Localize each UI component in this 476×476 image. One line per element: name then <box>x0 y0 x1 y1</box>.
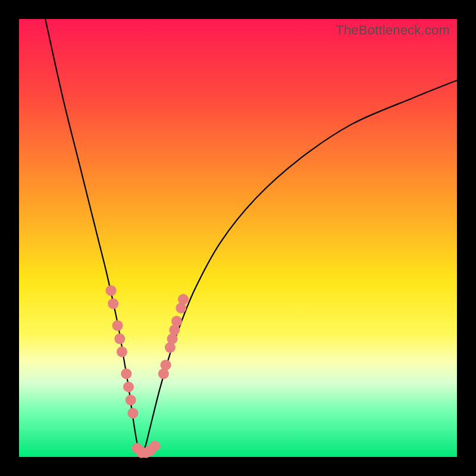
data-dots <box>106 285 189 458</box>
chart-svg <box>19 19 457 457</box>
data-dot <box>121 368 131 379</box>
data-dot <box>178 294 189 305</box>
data-dot <box>112 320 123 331</box>
data-dot <box>127 408 138 418</box>
data-dot <box>149 441 160 452</box>
data-dot <box>161 359 171 370</box>
image-frame: TheBottleneck.com <box>0 0 476 476</box>
data-dot <box>108 298 118 309</box>
curve-right-branch <box>142 80 457 457</box>
data-dot <box>117 346 127 357</box>
data-dot <box>123 381 134 392</box>
data-dot <box>106 285 117 296</box>
data-dot <box>171 316 182 327</box>
plot-area: TheBottleneck.com <box>19 19 457 457</box>
data-dot <box>126 394 136 405</box>
data-dot <box>114 333 125 344</box>
